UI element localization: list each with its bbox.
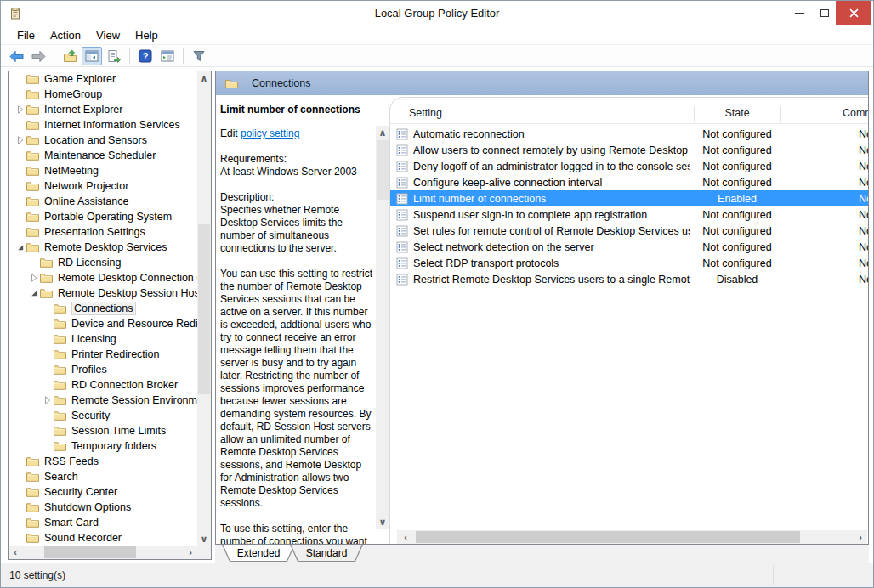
- tree-item-shutdown-options[interactable]: Shutdown Options: [9, 500, 197, 515]
- policy-setting-link[interactable]: policy setting: [241, 127, 299, 139]
- tree-item-label: Session Time Limits: [71, 425, 166, 437]
- tree-item-search[interactable]: Search: [9, 469, 197, 484]
- description-vscroll-thumb[interactable]: [377, 140, 389, 200]
- folder-icon: [39, 272, 54, 284]
- description-line: To use this setting, enter the number of…: [220, 523, 374, 544]
- column-header-comment[interactable]: Comment: [780, 107, 869, 119]
- chevron-right-icon[interactable]: [15, 105, 26, 115]
- menu-item-help[interactable]: Help: [128, 27, 166, 43]
- filter-button[interactable]: [189, 47, 209, 65]
- tree-item-netmeeting[interactable]: NetMeeting: [9, 163, 197, 178]
- export-list-button[interactable]: [104, 47, 124, 65]
- tree-item-sound-recorder[interactable]: Sound Recorder: [9, 530, 197, 546]
- show-console-tree-button[interactable]: [82, 47, 102, 65]
- scroll-down-icon[interactable]: ∨: [376, 515, 389, 529]
- list-horizontal-scrollbar[interactable]: ‹ ›: [397, 530, 867, 544]
- folder-icon: [26, 104, 40, 116]
- setting-row-select-network-detection-on-the-server[interactable]: Select network detection on the serverNo…: [390, 239, 869, 255]
- setting-row-automatic-reconnection[interactable]: Automatic reconnectionNot configuredNo: [390, 126, 869, 142]
- setting-row-set-rules-for-remote-control-of-remote-d[interactable]: Set rules for remote control of Remote D…: [390, 223, 869, 239]
- tree-item-rd-connection-broker[interactable]: RD Connection Broker: [9, 377, 197, 393]
- tree-item-game-explorer[interactable]: Game Explorer: [9, 71, 197, 87]
- minimize-button[interactable]: [785, 1, 814, 25]
- tree-item-location-and-sensors[interactable]: Location and Sensors: [9, 133, 197, 148]
- column-divider[interactable]: [694, 106, 695, 122]
- tree-item-session-time-limits[interactable]: Session Time Limits: [9, 423, 197, 438]
- tree-item-network-projector[interactable]: Network Projector: [9, 178, 197, 194]
- chevron-right-icon[interactable]: [15, 135, 26, 145]
- setting-row-limit-number-of-connections[interactable]: Limit number of connectionsEnabledNo: [390, 190, 869, 206]
- tree-hscroll-thumb[interactable]: [44, 546, 136, 558]
- tree-item-smart-card[interactable]: Smart Card: [9, 515, 197, 530]
- close-button[interactable]: [836, 1, 871, 25]
- show-properties-button[interactable]: [157, 47, 178, 65]
- scroll-left-icon[interactable]: ‹: [9, 546, 22, 559]
- tree-item-label: RSS Feeds: [44, 455, 99, 467]
- toolbar: ?: [1, 46, 873, 67]
- tree-item-security[interactable]: Security: [9, 408, 197, 423]
- tree-item-internet-explorer[interactable]: Internet Explorer: [9, 102, 197, 117]
- tree-item-profiles[interactable]: Profiles: [9, 362, 197, 377]
- tree-item-online-assistance[interactable]: Online Assistance: [9, 194, 197, 209]
- help-button[interactable]: ?: [135, 47, 156, 65]
- tree-item-portable-operating-system[interactable]: Portable Operating System: [9, 209, 197, 224]
- setting-row-suspend-user-sign-in-to-complete-app-reg[interactable]: Suspend user sign-in to complete app reg…: [390, 206, 869, 223]
- tab-standard[interactable]: Standard: [290, 545, 363, 562]
- tree-item-licensing[interactable]: Licensing: [9, 331, 197, 347]
- description-line: You can use this setting to restrict the…: [220, 268, 374, 510]
- chevron-right-icon[interactable]: [29, 273, 39, 283]
- menu-item-view[interactable]: View: [88, 27, 128, 43]
- column-divider[interactable]: [780, 106, 781, 122]
- tree-item-remote-desktop-services[interactable]: Remote Desktop Services: [9, 240, 197, 255]
- tree-item-temporary-folders[interactable]: Temporary folders: [9, 438, 197, 454]
- tree-item-rss-feeds[interactable]: RSS Feeds: [9, 454, 197, 469]
- tree-vscroll-thumb[interactable]: [198, 224, 210, 394]
- tree-arrow-spacer: [43, 303, 53, 314]
- scroll-up-icon[interactable]: ∧: [376, 126, 389, 139]
- list-hscroll-thumb[interactable]: [416, 531, 800, 543]
- menu-item-file[interactable]: File: [9, 27, 43, 43]
- scroll-down-icon[interactable]: ∨: [197, 532, 211, 546]
- menu-item-action[interactable]: Action: [43, 27, 88, 43]
- scroll-right-icon[interactable]: ›: [854, 530, 867, 544]
- scroll-left-icon[interactable]: ‹: [399, 530, 412, 544]
- tree-item-maintenance-scheduler[interactable]: Maintenance Scheduler: [9, 148, 197, 163]
- setting-row-deny-logoff-of-an-administrator-logged-i[interactable]: Deny logoff of an administrator logged i…: [390, 158, 869, 174]
- tree-item-rd-licensing[interactable]: RD Licensing: [9, 255, 197, 270]
- tree-item-connections[interactable]: Connections: [9, 301, 197, 316]
- tree-item-remote-desktop-session-host[interactable]: Remote Desktop Session Host: [9, 286, 197, 301]
- column-header-state[interactable]: State: [694, 107, 780, 119]
- setting-row-allow-users-to-connect-remotely-by-using[interactable]: Allow users to connect remotely by using…: [390, 142, 869, 158]
- description-vertical-scrollbar[interactable]: ∧ ∨: [376, 126, 390, 529]
- back-button[interactable]: [6, 47, 26, 65]
- setting-row-select-rdp-transport-protocols[interactable]: Select RDP transport protocolsNot config…: [390, 255, 869, 271]
- tree-item-remote-desktop-connection-client[interactable]: Remote Desktop Connection Client: [9, 270, 197, 286]
- scroll-right-icon[interactable]: ›: [184, 546, 197, 559]
- chevron-expanded-icon[interactable]: [15, 242, 26, 252]
- tree-item-security-center[interactable]: Security Center: [9, 484, 197, 500]
- tree-item-printer-redirection[interactable]: Printer Redirection: [9, 347, 197, 362]
- column-header-setting[interactable]: Setting: [409, 107, 442, 119]
- setting-comment: No: [780, 193, 869, 205]
- tree-item-homegroup[interactable]: HomeGroup: [9, 87, 197, 102]
- tree-vertical-scrollbar[interactable]: ∧ ∨: [197, 71, 211, 546]
- tree-horizontal-scrollbar[interactable]: ‹ ›: [9, 546, 197, 559]
- up-one-level-button[interactable]: [60, 47, 80, 65]
- chevron-expanded-icon[interactable]: [29, 288, 39, 298]
- folder-icon: [26, 119, 40, 131]
- tree-item-device-and-resource-redirection[interactable]: Device and Resource Redirection: [9, 316, 197, 331]
- setting-state: Not configured: [694, 241, 780, 253]
- maximize-button[interactable]: [814, 1, 836, 25]
- scroll-up-icon[interactable]: ∧: [197, 71, 211, 85]
- forward-button[interactable]: [28, 47, 48, 65]
- tree-item-remote-session-environment[interactable]: Remote Session Environment: [9, 393, 197, 408]
- tree-arrow-spacer: [15, 487, 26, 497]
- tree-item-label: Security: [71, 410, 110, 421]
- tab-extended[interactable]: Extended: [222, 545, 295, 562]
- tree-item-internet-information-services[interactable]: Internet Information Services: [9, 117, 197, 133]
- tree-item-presentation-settings[interactable]: Presentation Settings: [9, 224, 197, 240]
- setting-row-configure-keep-alive-connection-interval[interactable]: Configure keep-alive connection interval…: [390, 174, 869, 190]
- chevron-right-icon[interactable]: [43, 395, 53, 405]
- setting-row-restrict-remote-desktop-services-users-t[interactable]: Restrict Remote Desktop Services users t…: [390, 271, 869, 287]
- folder-icon: [26, 150, 40, 161]
